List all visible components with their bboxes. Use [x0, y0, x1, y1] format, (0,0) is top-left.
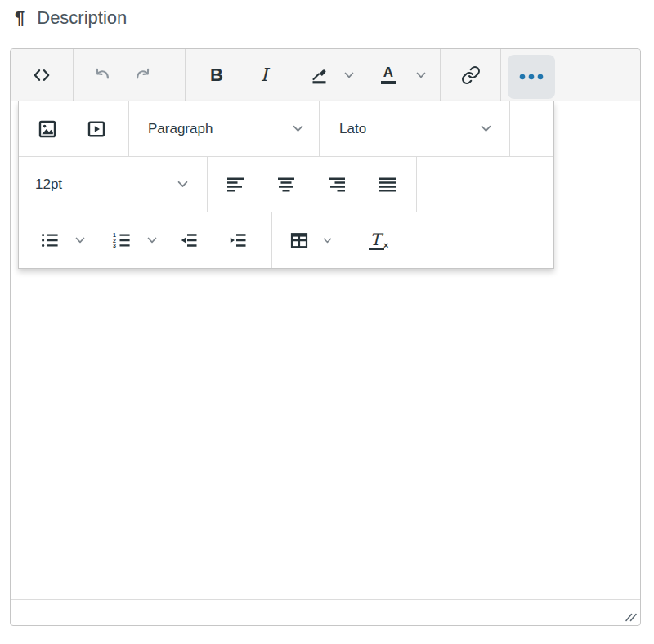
paragraph-style-dropdown[interactable]: Paragraph	[129, 101, 320, 156]
toolbar-group-format: B I	[186, 49, 441, 101]
toolbar-group-more	[501, 49, 640, 101]
undo-icon	[93, 65, 113, 85]
italic-icon: I	[261, 65, 268, 85]
highlight-color-button[interactable]	[300, 49, 339, 101]
lists-indent-group: 1 2 3	[19, 212, 272, 268]
bullet-list-button[interactable]	[30, 221, 69, 260]
rce-description-field: ¶ Description	[0, 0, 654, 644]
align-center-icon	[276, 175, 296, 195]
bullet-list-dropdown-button[interactable]	[69, 221, 91, 260]
font-size-dropdown[interactable]: 12pt	[19, 157, 208, 212]
alignment-group	[208, 157, 417, 212]
table-group	[272, 212, 352, 268]
table-icon	[289, 230, 309, 250]
insert-media-group	[19, 101, 129, 156]
toolbar-group-code	[11, 49, 74, 101]
undo-button[interactable]	[83, 49, 123, 101]
numbered-list-icon: 1 2 3	[112, 230, 132, 250]
field-label-text: Description	[37, 7, 127, 29]
image-icon	[38, 119, 57, 139]
field-label: ¶ Description	[15, 7, 127, 29]
align-center-button[interactable]	[267, 165, 306, 204]
table-dropdown-button[interactable]	[318, 221, 336, 260]
align-right-button[interactable]	[317, 165, 356, 204]
font-family-dropdown[interactable]: Lato	[320, 101, 510, 156]
bold-icon: B	[210, 65, 223, 86]
overflow-row1-spacer	[510, 101, 553, 156]
rich-text-editor: B I	[10, 48, 641, 626]
numbered-list-button[interactable]: 1 2 3	[102, 221, 141, 260]
insert-video-button[interactable]	[77, 110, 116, 149]
chevron-down-icon	[344, 72, 354, 78]
redo-icon	[132, 65, 152, 85]
chevron-down-icon	[481, 125, 491, 132]
overflow-row-2: 12pt	[19, 157, 553, 212]
redo-button[interactable]	[123, 49, 162, 101]
chevron-down-icon	[147, 237, 157, 244]
clear-formatting-icon: T ×	[369, 231, 389, 250]
insert-image-button[interactable]	[28, 110, 67, 149]
outdent-icon	[179, 230, 199, 250]
more-toolbar-button[interactable]	[508, 55, 555, 99]
overflow-toolbar-panel: Paragraph Lato 12pt	[18, 101, 554, 269]
resize-handle[interactable]	[625, 610, 637, 622]
bold-button[interactable]: B	[197, 49, 236, 101]
clear-formatting-button[interactable]: T ×	[361, 221, 396, 260]
chevron-down-icon	[75, 237, 85, 244]
toolbar-group-link	[441, 49, 501, 101]
indent-button[interactable]	[218, 221, 258, 260]
link-icon	[461, 65, 481, 85]
chevron-down-icon	[293, 125, 303, 132]
ellipsis-icon	[519, 74, 544, 80]
justify-icon	[378, 175, 397, 195]
justify-button[interactable]	[368, 165, 407, 204]
overflow-row-1: Paragraph Lato	[19, 101, 553, 157]
text-color-icon: A	[381, 65, 396, 84]
numbered-list-dropdown-button[interactable]	[141, 221, 163, 260]
font-size-value: 12pt	[35, 177, 62, 193]
svg-text:3: 3	[113, 243, 116, 248]
clear-formatting-group: T ×	[352, 212, 553, 268]
pilcrow-icon: ¶	[15, 7, 25, 29]
align-left-button[interactable]	[216, 165, 255, 204]
chevron-down-icon	[416, 72, 426, 78]
highlighter-icon	[310, 65, 329, 85]
chevron-down-icon	[177, 181, 188, 188]
html-code-button[interactable]	[22, 49, 61, 101]
editor-toolbar: B I	[11, 49, 640, 101]
text-color-dropdown-button[interactable]	[411, 49, 431, 101]
toolbar-group-history	[74, 49, 186, 101]
resize-grip-icon	[625, 610, 637, 622]
editor-status-bar	[11, 599, 640, 625]
outdent-button[interactable]	[169, 221, 208, 260]
italic-button[interactable]: I	[244, 49, 284, 101]
overflow-row2-spacer	[417, 157, 553, 212]
code-icon	[32, 65, 52, 85]
indent-icon	[228, 230, 248, 250]
table-button[interactable]	[280, 221, 318, 260]
align-left-icon	[226, 175, 245, 195]
bullet-list-icon	[40, 230, 60, 250]
paragraph-style-value: Paragraph	[148, 121, 213, 137]
align-right-icon	[327, 175, 347, 195]
link-button[interactable]	[451, 49, 490, 101]
chevron-down-icon	[323, 238, 332, 244]
highlight-color-dropdown-button[interactable]	[339, 49, 359, 101]
video-icon	[87, 119, 106, 139]
overflow-row-3: 1 2 3	[19, 212, 553, 268]
text-color-button[interactable]: A	[369, 49, 408, 101]
font-family-value: Lato	[339, 121, 366, 137]
